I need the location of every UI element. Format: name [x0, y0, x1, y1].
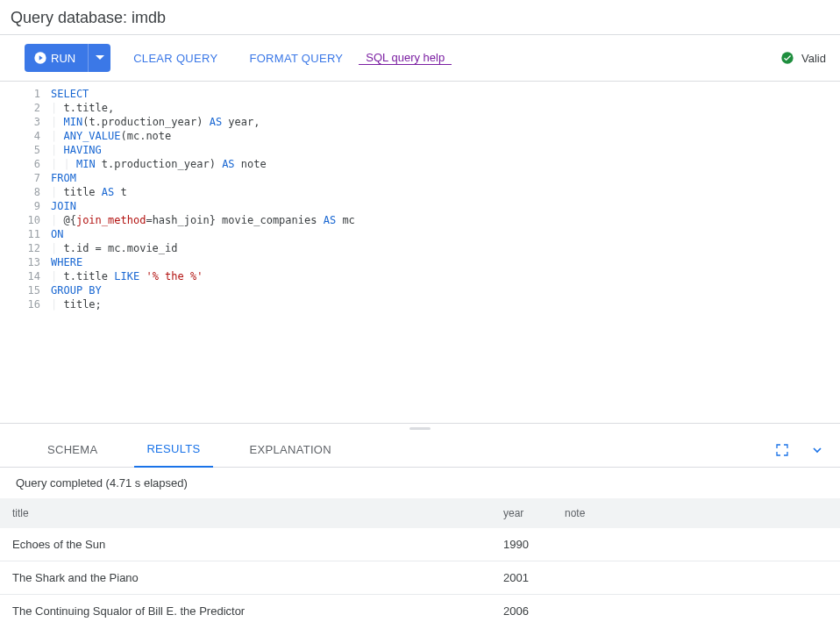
- cell-note: [552, 561, 840, 595]
- svg-point-1: [781, 52, 793, 63]
- sql-help-link[interactable]: SQL query help: [359, 51, 452, 65]
- cell-year: 1990: [491, 528, 552, 561]
- line-number-gutter: 12345678910111213141516: [0, 82, 51, 423]
- play-icon: [33, 51, 47, 65]
- table-row[interactable]: The Shark and the Piano2001: [0, 561, 840, 595]
- valid-badge: Valid: [780, 51, 829, 65]
- check-circle-icon: [780, 51, 794, 65]
- tab-results[interactable]: RESULTS: [134, 433, 212, 468]
- page-title: Query database: imdb: [0, 0, 840, 34]
- tab-schema[interactable]: SCHEMA: [35, 433, 110, 468]
- clear-query-button[interactable]: CLEAR QUERY: [123, 44, 228, 72]
- cell-year: 2001: [491, 561, 552, 595]
- cell-note: [552, 595, 840, 623]
- query-status-message: Query completed (4.71 s elapsed): [0, 468, 840, 498]
- run-button[interactable]: RUN: [25, 44, 88, 72]
- cell-title: Echoes of the Sun: [0, 528, 491, 561]
- chevron-down-icon: [810, 443, 824, 457]
- run-dropdown-button[interactable]: [88, 44, 110, 72]
- sql-editor[interactable]: 12345678910111213141516 SELECT| t.title,…: [0, 82, 840, 424]
- panel-resize-handle[interactable]: [0, 424, 840, 433]
- caret-down-icon: [96, 54, 104, 62]
- format-query-button[interactable]: FORMAT QUERY: [238, 44, 353, 72]
- cell-year: 2006: [491, 595, 552, 623]
- collapse-button[interactable]: [807, 440, 828, 461]
- column-header-note[interactable]: note: [552, 498, 840, 528]
- column-header-year[interactable]: year: [491, 498, 552, 528]
- toolbar: RUN CLEAR QUERY FORMAT QUERY SQL query h…: [0, 34, 840, 82]
- results-table: title year note Echoes of the Sun1990The…: [0, 498, 840, 622]
- table-row[interactable]: The Continuing Squalor of Bill E. the Pr…: [0, 595, 840, 623]
- cell-title: The Continuing Squalor of Bill E. the Pr…: [0, 595, 491, 623]
- fullscreen-button[interactable]: [772, 440, 793, 461]
- fullscreen-icon: [775, 443, 789, 457]
- column-header-title[interactable]: title: [0, 498, 491, 528]
- cell-note: [552, 528, 840, 561]
- table-row[interactable]: Echoes of the Sun1990: [0, 528, 840, 561]
- tab-explanation[interactable]: EXPLANATION: [238, 433, 344, 468]
- cell-title: The Shark and the Piano: [0, 561, 491, 595]
- code-content[interactable]: SELECT| t.title,| MIN(t.production_year)…: [51, 82, 840, 423]
- result-tabs: SCHEMA RESULTS EXPLANATION: [0, 433, 840, 468]
